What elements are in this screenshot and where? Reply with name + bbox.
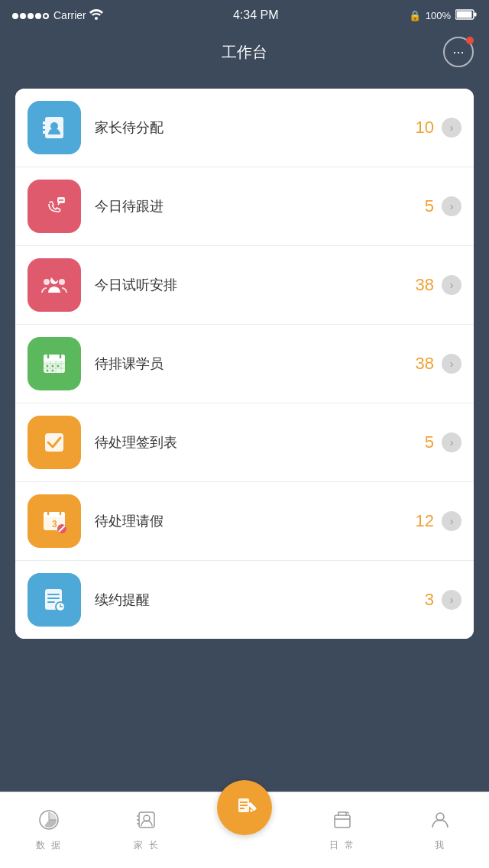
icon-phone	[28, 180, 81, 233]
page-title: 工作台	[222, 42, 267, 63]
svg-point-16	[59, 279, 65, 285]
carrier-label: Carrier	[53, 9, 86, 21]
svg-point-15	[44, 279, 50, 285]
item-count-6: 12	[416, 511, 434, 531]
svg-point-31	[52, 370, 54, 372]
svg-point-13	[62, 199, 63, 201]
icon-calendar	[28, 337, 81, 390]
tab-bar: 数 据 家 长	[0, 792, 489, 868]
icon-calnotice: 3	[28, 494, 81, 548]
tab-icon-data	[38, 809, 60, 836]
svg-rect-62	[335, 815, 350, 828]
svg-point-29	[57, 365, 60, 368]
tab-me[interactable]: 我	[410, 809, 471, 852]
header: 工作台 ···	[0, 31, 489, 73]
tab-icon-me	[429, 809, 451, 836]
item-arrow-7: ›	[442, 590, 461, 610]
svg-point-9	[39, 191, 70, 222]
tab-parent[interactable]: 家 长	[116, 809, 177, 852]
svg-point-11	[59, 199, 60, 201]
item-arrow-1: ›	[442, 118, 461, 138]
notification-badge	[466, 37, 474, 44]
item-label-6: 待处理请假	[95, 512, 416, 530]
item-arrow-5: ›	[442, 432, 461, 452]
item-count-2: 5	[425, 196, 434, 216]
lock-icon: 🔒	[409, 10, 421, 21]
svg-point-27	[47, 365, 49, 368]
svg-point-0	[95, 17, 98, 20]
item-arrow-4: ›	[442, 354, 461, 374]
battery-percent: 100%	[426, 10, 451, 21]
icon-group	[28, 258, 81, 312]
main-list: 家长待分配 10 › 今日待跟进 5 ›	[15, 89, 474, 639]
tab-label-daily: 日 常	[329, 839, 355, 852]
tab-icon-parent	[136, 809, 157, 836]
item-label-7: 续约提醒	[95, 591, 425, 609]
tab-data[interactable]: 数 据	[18, 809, 79, 852]
svg-text:3: 3	[52, 519, 57, 530]
list-item-3[interactable]: 今日试听安排 38 ›	[15, 246, 474, 325]
list-item-2[interactable]: 今日待跟进 5 ›	[15, 167, 474, 246]
list-item-4[interactable]: 待排课学员 38 ›	[15, 325, 474, 403]
message-icon: ···	[452, 44, 464, 60]
status-right: 🔒 100%	[409, 9, 477, 22]
tab-label-me: 我	[435, 839, 445, 852]
status-bar: Carrier 4:34 PM 🔒 100%	[0, 0, 489, 31]
item-count-5: 5	[425, 432, 434, 452]
svg-rect-19	[44, 358, 65, 361]
item-arrow-3: ›	[442, 275, 461, 295]
item-label-4: 待排课学员	[95, 355, 416, 373]
list-item-1[interactable]: 家长待分配 10 ›	[15, 89, 474, 167]
icon-note	[28, 573, 81, 627]
item-label-2: 今日待跟进	[95, 197, 425, 215]
svg-rect-35	[44, 515, 65, 517]
item-arrow-6: ›	[442, 511, 461, 531]
item-arrow-2: ›	[442, 196, 461, 216]
item-label-5: 待处理签到表	[95, 433, 425, 452]
status-time: 4:34 PM	[233, 8, 279, 22]
tab-icon-daily	[332, 809, 353, 836]
icon-check	[28, 416, 81, 469]
svg-rect-8	[43, 131, 45, 134]
svg-rect-3	[474, 12, 477, 16]
svg-rect-7	[43, 126, 45, 129]
item-label-3: 今日试听安排	[95, 276, 416, 294]
svg-point-28	[52, 365, 54, 368]
item-count-4: 38	[416, 354, 434, 374]
list-item-6[interactable]: 3 待处理请假 12 ›	[15, 482, 474, 561]
svg-point-30	[47, 370, 49, 372]
battery-icon	[455, 9, 477, 22]
tab-work[interactable]	[214, 803, 275, 835]
tab-label-data: 数 据	[36, 839, 61, 852]
tab-center-work[interactable]	[217, 780, 272, 835]
icon-contacts	[28, 101, 81, 154]
tab-icon-work	[232, 792, 257, 822]
status-left: Carrier	[12, 9, 103, 22]
item-count-7: 3	[425, 590, 434, 610]
tab-label-parent: 家 长	[134, 839, 159, 852]
svg-rect-2	[457, 11, 472, 18]
svg-point-12	[60, 199, 62, 201]
wifi-icon	[89, 9, 103, 22]
list-item-7[interactable]: 续约提醒 3 ›	[15, 561, 474, 639]
svg-rect-6	[43, 121, 45, 125]
signal-dots	[12, 9, 50, 21]
item-label-1: 家长待分配	[95, 118, 416, 137]
message-button[interactable]: ···	[443, 37, 474, 67]
list-item-5[interactable]: 待处理签到表 5 ›	[15, 403, 474, 482]
item-count-3: 38	[416, 275, 434, 295]
item-count-1: 10	[416, 118, 434, 138]
tab-daily[interactable]: 日 常	[312, 809, 373, 852]
